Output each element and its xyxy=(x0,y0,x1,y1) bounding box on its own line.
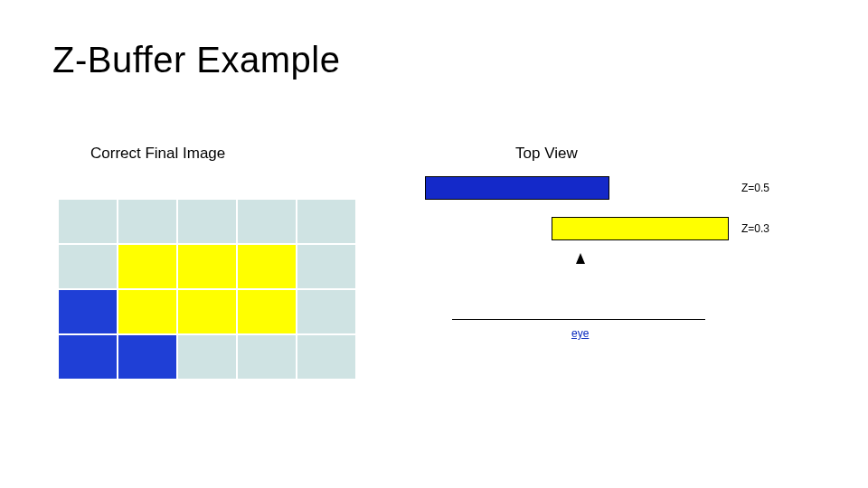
z-label-blue: Z=0.5 xyxy=(741,182,769,194)
grid-cell xyxy=(58,289,118,334)
grid-cell xyxy=(118,199,177,244)
up-arrow-icon xyxy=(576,253,585,264)
top-view-bar-yellow xyxy=(552,217,729,240)
top-view-diagram: Z=0.5 Z=0.3 eye xyxy=(425,176,805,429)
grid-cell xyxy=(177,289,237,334)
grid-cell xyxy=(58,334,118,380)
top-view-bar-blue xyxy=(425,176,609,200)
grid-cell xyxy=(237,199,297,244)
grid-cell xyxy=(118,244,177,289)
grid-cell xyxy=(297,289,356,334)
caption-left: Correct Final Image xyxy=(90,145,225,163)
eye-label: eye xyxy=(571,327,589,340)
grid-cell xyxy=(237,244,297,289)
result-grid xyxy=(58,199,356,380)
grid-cell xyxy=(297,334,356,380)
slide-title: Z-Buffer Example xyxy=(52,40,341,80)
screen-line xyxy=(452,319,705,320)
slide: Z-Buffer Example Correct Final Image Top… xyxy=(0,0,868,488)
grid-cell xyxy=(237,334,297,380)
grid-cell xyxy=(58,244,118,289)
grid-cell xyxy=(118,334,177,380)
grid-cell xyxy=(177,244,237,289)
grid-cell xyxy=(177,334,237,380)
svg-marker-0 xyxy=(576,253,585,264)
grid-cell xyxy=(177,199,237,244)
grid-cell xyxy=(237,289,297,334)
caption-right: Top View xyxy=(515,145,578,163)
grid-cell xyxy=(118,289,177,334)
grid-cell xyxy=(297,199,356,244)
grid-cell xyxy=(297,244,356,289)
grid-cell xyxy=(58,199,118,244)
z-label-yellow: Z=0.3 xyxy=(741,222,769,235)
